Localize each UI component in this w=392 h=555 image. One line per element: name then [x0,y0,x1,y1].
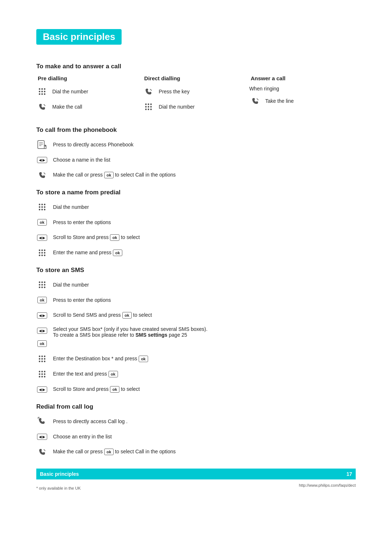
sms-step1-text: Dial the number [53,282,356,288]
redial-step1-text: Press to directly access Call log . [53,418,356,424]
sms-step5: Enter the Destination box * and press ok [36,353,356,365]
direct-row2: Dial the number [143,101,249,113]
svg-point-1 [41,88,43,90]
pre-row2: Make the call [36,101,143,113]
svg-point-36 [44,252,45,254]
direct-row1-text: Press the key [159,89,189,94]
svg-point-17 [150,109,152,110]
svg-point-43 [39,284,40,285]
svg-point-6 [39,93,40,95]
svg-point-13 [148,106,149,108]
nav-arrows-icon-sms7: ◀▶ [36,384,48,395]
sms-step4-text: Select your SMS box* (only if you have c… [53,325,356,338]
svg-point-56 [41,361,43,362]
redial-heading: Redial from call log [36,403,356,410]
ok-icon-sms4b: ok [36,338,48,349]
svg-point-27 [44,206,45,208]
calllog-icon [36,416,48,427]
answer-row1-text: When ringing [249,86,279,92]
keypad-icon-sms6 [36,368,48,380]
svg-point-65 [41,376,43,377]
predial-step1-text: Dial the number [53,204,356,210]
call-table: Pre dialling Dial the number [36,75,356,116]
svg-point-16 [148,109,149,110]
svg-point-50 [41,356,43,357]
sms-step7-text: Scroll to Store and press ok to select [53,386,356,393]
direct-dialling-col: Direct dialling Press the key [143,75,249,116]
answer-call-header: Answer a call [249,75,356,81]
svg-point-44 [41,284,43,285]
svg-point-45 [44,284,45,285]
sms-heading: To store an SMS [36,267,356,274]
phonebook-step1: Press to directly access Phonebook [36,139,356,150]
footer-url: http://www.philips.com/faqs/dect [299,483,356,490]
redial-step1: Press to directly access Call log . [36,416,356,427]
predial-step4: Enter the name and press ok [36,247,356,259]
svg-point-42 [44,281,45,283]
svg-point-49 [39,356,40,357]
svg-point-12 [145,106,147,108]
sms-step6: Enter the text and press ok [36,368,356,380]
make-call-heading: To make and to answer a call [36,63,356,70]
sms-step4: ◀▶ ok Select your SMS box* (only if you … [36,325,356,349]
sms-step6-text: Enter the text and press ok [53,371,356,377]
svg-point-48 [44,287,45,288]
nav-arrows-sms7: ◀▶ [37,386,47,393]
pre-dialling-col: Pre dialling Dial the number [36,75,143,116]
svg-point-23 [41,204,43,205]
svg-point-37 [39,255,40,256]
direct-dialling-header: Direct dialling [143,75,249,81]
svg-point-52 [39,358,40,360]
page-title-box: Basic principles [36,29,122,45]
answer-row2: Take the line [249,95,356,107]
svg-point-31 [39,250,40,251]
redial-step3: Make the call or press ok to select Call… [36,446,356,458]
svg-point-28 [39,209,40,210]
predial-step1: Dial the number [36,201,356,213]
pre-row1-text: Dial the number [52,89,88,94]
svg-point-24 [44,204,45,205]
footer-bottom: * only available in the UK http://www.ph… [36,483,356,490]
svg-point-55 [39,361,40,362]
call-icon-redial [36,446,48,458]
keypad-icon-sms1 [36,279,48,291]
answer-row1: When ringing [249,86,356,92]
nav-arrows-icon-sms3: ◀▶ [36,309,48,321]
predial-step3-text: Scroll to Store and press ok to select [53,234,356,241]
predial-step3: ◀▶ Scroll to Store and press ok to selec… [36,232,356,243]
svg-point-41 [41,281,43,283]
call-icon-answer [249,95,261,107]
svg-point-38 [41,255,43,256]
svg-point-54 [44,358,45,360]
svg-point-66 [44,376,45,377]
keypad-icon-direct [143,101,154,113]
svg-point-9 [145,104,147,105]
keypad-icon-pd2 [36,247,48,259]
ok-badge-pd: ok [37,219,47,226]
nav-arrows-icon-redial: ◀▶ [36,431,48,442]
svg-point-22 [39,204,40,205]
direct-row2-text: Dial the number [159,104,195,110]
ok-icon-sms: ok [36,294,48,306]
svg-point-40 [39,281,40,283]
phonebook-heading: To call from the phonebook [36,126,356,134]
ok-btn-pd4: ok [113,250,122,256]
svg-point-15 [145,109,147,110]
nav-arrows-icon-pb: ◀▶ [36,154,48,166]
footer-page: 17 [346,471,356,477]
svg-point-8 [44,93,45,95]
svg-point-46 [39,287,40,288]
phonebook-step1-text: Press to directly access Phonebook [53,142,356,147]
direct-row1: Press the key [143,86,249,97]
ok-btn-redial: ok [104,449,114,455]
answer-row2-text: Take the line [265,98,294,104]
keypad-icon-sms5 [36,353,48,365]
svg-point-51 [44,356,45,357]
svg-point-14 [150,106,152,108]
call-icon-pre [36,101,48,113]
svg-point-3 [39,91,40,92]
answer-call-col: Answer a call When ringing Take the line [249,75,356,116]
svg-point-34 [39,252,40,254]
nav-arrows-sms3: ◀▶ [37,312,47,319]
svg-point-4 [41,91,43,92]
